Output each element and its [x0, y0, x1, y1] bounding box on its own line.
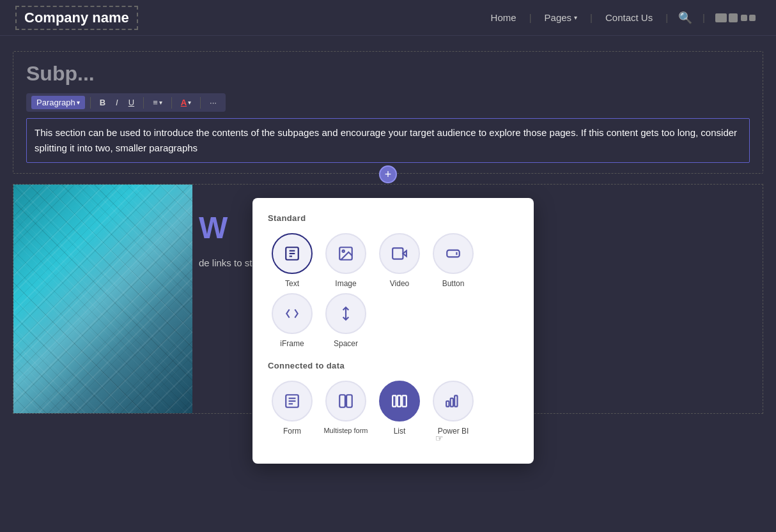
toolbar-divider-2	[143, 97, 144, 109]
block-multistep[interactable]: Multistep form	[322, 381, 370, 436]
svg-rect-14	[339, 395, 345, 407]
italic-button[interactable]: I	[112, 96, 122, 109]
nav-links: Home | Pages ▾ | Contact Us | 🔍 |	[483, 10, 761, 26]
powerbi-icon	[433, 381, 474, 422]
connected-section-label: Connected to data	[268, 361, 518, 370]
connected-blocks-grid: Form Multistep form List	[268, 381, 518, 436]
svg-rect-16	[392, 395, 396, 406]
svg-rect-19	[446, 401, 449, 407]
standard-blocks-grid: Text Image Video	[268, 233, 518, 348]
bg-image	[13, 185, 192, 413]
svg-rect-6	[392, 248, 403, 259]
multistep-icon	[325, 381, 366, 422]
svg-rect-18	[402, 395, 407, 406]
block-text[interactable]: Text	[268, 233, 316, 288]
search-icon[interactable]: 🔍	[673, 11, 697, 25]
form-label: Form	[283, 427, 301, 436]
svg-rect-8	[447, 250, 460, 257]
block-list[interactable]: List	[375, 381, 424, 436]
editable-section: Subp... Paragraph ▾ B I U ≡ ▾ A ▾ ···	[13, 51, 763, 174]
color-dropdown[interactable]: A ▾	[177, 96, 195, 109]
button-label: Button	[442, 279, 465, 288]
spacer-label: Spacer	[334, 339, 358, 348]
image-icon	[325, 233, 366, 274]
nav-pages[interactable]: Pages ▾	[537, 10, 586, 26]
underline-button[interactable]: U	[125, 96, 138, 109]
list-label: List	[394, 427, 406, 436]
video-label: Video	[390, 279, 409, 288]
more-options-button[interactable]: ···	[206, 96, 221, 109]
pages-dropdown-icon: ▾	[574, 14, 577, 21]
block-spacer[interactable]: Spacer	[322, 293, 370, 348]
block-video[interactable]: Video	[375, 233, 424, 288]
icon-group	[710, 13, 761, 22]
paragraph-selector[interactable]: Paragraph ▾	[31, 96, 85, 109]
iframe-icon	[272, 293, 313, 334]
iframe-label: iFrame	[280, 339, 304, 348]
paragraph-dropdown-icon: ▾	[77, 99, 80, 106]
block-iframe[interactable]: iFrame	[268, 293, 316, 348]
align-dropdown-icon: ▾	[159, 99, 162, 106]
multistep-label: Multistep form	[323, 427, 368, 434]
image-label: Image	[335, 279, 356, 288]
button-icon	[433, 233, 474, 274]
svg-point-5	[343, 250, 345, 252]
svg-rect-21	[454, 395, 457, 406]
form-icon	[272, 381, 313, 422]
section-heading: Subp...	[26, 62, 750, 86]
standard-section-label: Standard	[268, 213, 518, 223]
svg-rect-15	[346, 395, 352, 407]
toolbar-divider-1	[90, 97, 91, 109]
text-label: Text	[285, 279, 299, 288]
align-dropdown[interactable]: ≡ ▾	[149, 96, 166, 109]
nav-home[interactable]: Home	[483, 10, 524, 26]
video-icon	[379, 233, 420, 274]
list-icon	[379, 381, 420, 422]
text-icon	[272, 233, 313, 274]
block-image[interactable]: Image	[322, 233, 370, 288]
block-button[interactable]: Button	[429, 233, 477, 288]
toolbar-divider-3	[171, 97, 172, 109]
toolbar-divider-4	[200, 97, 201, 109]
navbar: Company name Home | Pages ▾ | Contact Us…	[0, 0, 776, 36]
add-block-button[interactable]: +	[379, 165, 397, 183]
color-dropdown-icon: ▾	[188, 99, 191, 106]
format-toolbar: Paragraph ▾ B I U ≡ ▾ A ▾ ···	[26, 93, 226, 112]
nav-contact[interactable]: Contact Us	[598, 10, 660, 26]
svg-rect-17	[398, 395, 401, 406]
content-picker: Standard Text Im	[252, 198, 534, 464]
powerbi-label: Power BI	[438, 427, 469, 436]
spacer-icon	[325, 293, 366, 334]
text-content[interactable]: This section can be used to introduce th…	[26, 118, 750, 163]
block-powerbi[interactable]: Power BI	[429, 381, 477, 436]
brand-logo[interactable]: Company name	[15, 6, 138, 30]
block-form[interactable]: Form	[268, 381, 316, 436]
bold-button[interactable]: B	[96, 96, 109, 109]
svg-rect-20	[451, 399, 453, 407]
